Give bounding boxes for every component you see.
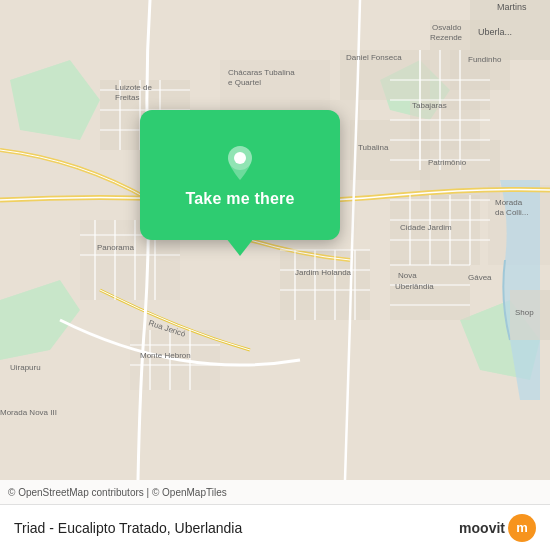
label-uberlandia: Uberla... bbox=[478, 27, 512, 37]
map-container[interactable]: Martins Uberla... Osvaldo Rezende Daniel… bbox=[0, 0, 550, 480]
label-morada-nova: Morada Nova III bbox=[0, 408, 57, 417]
label-nova-uberlandia: Nova bbox=[398, 271, 417, 280]
label-moradia: Morada bbox=[495, 198, 523, 207]
label-tabajaras: Tabajaras bbox=[412, 101, 447, 110]
label-patrimonio: Patrimônio bbox=[428, 158, 467, 167]
bottom-bar: Triad - Eucalipto Tratado, Uberlandia mo… bbox=[0, 504, 550, 550]
label-luizote: Luizote de bbox=[115, 83, 152, 92]
label-shop: Shop bbox=[515, 308, 534, 317]
moovit-dot: m bbox=[508, 514, 536, 542]
label-fundinho: Fundinho bbox=[468, 55, 502, 64]
label-monte-hebron: Monte Hebron bbox=[140, 351, 191, 360]
label-rezende: Rezende bbox=[430, 33, 463, 42]
attribution-bar: © OpenStreetMap contributors | © OpenMap… bbox=[0, 480, 550, 504]
label-quartel: e Quartel bbox=[228, 78, 261, 87]
moovit-text: moovit bbox=[459, 520, 505, 536]
take-me-there-label: Take me there bbox=[185, 190, 294, 208]
moovit-logo: moovit m bbox=[459, 514, 536, 542]
svg-rect-16 bbox=[280, 250, 370, 320]
bottom-title: Triad - Eucalipto Tratado, Uberlandia bbox=[14, 520, 242, 536]
label-freitas: Freitas bbox=[115, 93, 139, 102]
pin-icon bbox=[220, 142, 260, 182]
label-jardim-holanda: Jardim Holanda bbox=[295, 268, 352, 277]
label-daniel-fonseca: Daniel Fonseca bbox=[346, 53, 402, 62]
label-martins: Martins bbox=[497, 2, 527, 12]
label-colinas: da Colli... bbox=[495, 208, 528, 217]
label-tubalina: Tubalina bbox=[358, 143, 389, 152]
label-cidade-jardim: Cidade Jardim bbox=[400, 223, 452, 232]
attribution-text: © OpenStreetMap contributors | © OpenMap… bbox=[8, 487, 227, 498]
svg-point-67 bbox=[235, 153, 245, 163]
label-panorama: Panorama bbox=[97, 243, 134, 252]
label-nova-ub2: Uberlândia bbox=[395, 282, 434, 291]
label-chacaras: Chácaras Tubalina bbox=[228, 68, 295, 77]
label-uirapuru: Uirapuru bbox=[10, 363, 41, 372]
label-osvaldo: Osvaldo bbox=[432, 23, 462, 32]
take-me-there-card[interactable]: Take me there bbox=[140, 110, 340, 240]
label-gavea: Gávea bbox=[468, 273, 492, 282]
